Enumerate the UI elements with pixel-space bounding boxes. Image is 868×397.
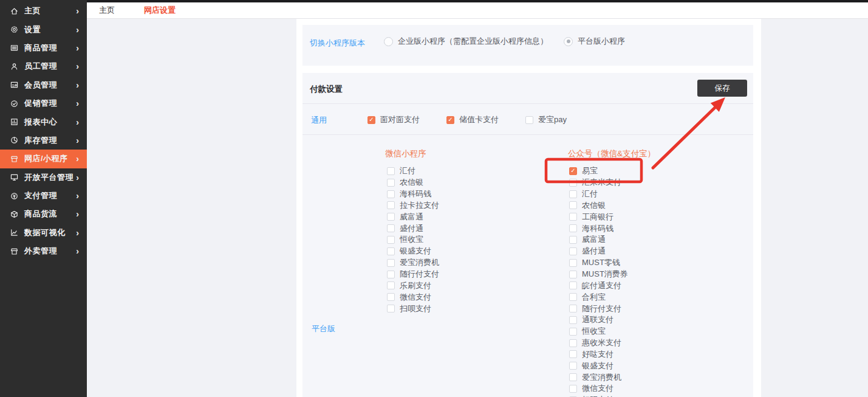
- checkbox-unchecked[interactable]: [525, 116, 533, 124]
- checkbox-checked[interactable]: ✓: [446, 116, 454, 124]
- checkbox-unchecked[interactable]: [569, 190, 577, 198]
- checkbox-unchecked[interactable]: [569, 316, 577, 324]
- radio-button[interactable]: [384, 37, 393, 46]
- sidebar-item-商品货流[interactable]: 商品货流›: [0, 205, 87, 223]
- sidebar-item-商品管理[interactable]: 商品管理›: [0, 39, 87, 57]
- checkbox-option-海科码钱[interactable]: 海科码钱: [387, 188, 439, 200]
- checkbox-unchecked[interactable]: [569, 224, 577, 232]
- checkbox-option-通联支付[interactable]: 通联支付: [569, 314, 628, 326]
- checkbox-option-易宝[interactable]: ✓易宝: [569, 165, 628, 177]
- checkbox-option-微信支付[interactable]: 微信支付: [569, 383, 628, 395]
- checkbox-unchecked[interactable]: [569, 179, 577, 187]
- tab-网店设置[interactable]: 网店设置: [144, 2, 176, 18]
- checkbox-unchecked[interactable]: [387, 247, 395, 255]
- checkbox-unchecked[interactable]: [569, 236, 577, 244]
- checkbox-option-农信银[interactable]: 农信银: [387, 177, 439, 188]
- checkbox-unchecked[interactable]: [569, 201, 577, 209]
- checkbox-option-汇付[interactable]: 汇付: [387, 165, 439, 177]
- checkbox-unchecked[interactable]: [387, 259, 395, 267]
- checkbox-option-爱宝消费机[interactable]: 爱宝消费机: [387, 257, 439, 269]
- checkbox-unchecked[interactable]: [569, 213, 577, 221]
- checkbox-option-惠收米支付[interactable]: 惠收米支付: [569, 337, 628, 349]
- checkbox-unchecked[interactable]: [387, 224, 395, 232]
- checkbox-option-盛付通[interactable]: 盛付通: [387, 223, 439, 234]
- checkbox-option-银盛支付[interactable]: 银盛支付: [569, 360, 628, 371]
- sidebar-item-库存管理[interactable]: 库存管理›: [0, 131, 87, 150]
- checkbox-unchecked[interactable]: [387, 305, 395, 312]
- sidebar-item-数据可视化[interactable]: 数据可视化›: [0, 224, 87, 242]
- checkbox-unchecked[interactable]: [569, 385, 577, 393]
- checkbox-option-银盛支付[interactable]: 银盛支付: [387, 246, 439, 257]
- checkbox-option-MUST消费券[interactable]: MUST消费券: [569, 269, 628, 280]
- checkbox-option-农信银[interactable]: 农信银: [569, 200, 628, 212]
- checkbox-unchecked[interactable]: [569, 350, 577, 358]
- checkbox-option-随行付支付[interactable]: 随行付支付: [387, 269, 439, 280]
- checkbox-option-扫呗支付[interactable]: 扫呗支付: [569, 395, 628, 397]
- checkbox-unchecked[interactable]: [387, 271, 395, 278]
- version-radio-group: 企业版小程序（需配置企业版小程序信息）平台版小程序: [384, 36, 641, 47]
- checkbox-unchecked[interactable]: [569, 305, 577, 312]
- platform-version-label[interactable]: 平台版: [312, 323, 335, 334]
- checkbox-unchecked[interactable]: [569, 259, 577, 267]
- checkbox-unchecked[interactable]: [569, 271, 577, 278]
- checkbox-checked[interactable]: ✓: [569, 167, 577, 175]
- checkbox-option-海科码钱[interactable]: 海科码钱: [569, 223, 628, 234]
- checkbox-option-面对面支付[interactable]: ✓面对面支付: [367, 114, 446, 125]
- checkbox-option-爱宝pay[interactable]: 爱宝pay: [525, 114, 604, 125]
- checkbox-option-好哒支付[interactable]: 好哒支付: [569, 349, 628, 361]
- checkbox-unchecked[interactable]: [387, 236, 395, 244]
- sidebar-item-网店/小程序[interactable]: 网店/小程序›: [0, 150, 87, 168]
- checkbox-unchecked[interactable]: [387, 179, 395, 187]
- members-icon: [10, 80, 19, 89]
- checkbox-unchecked[interactable]: [569, 362, 577, 370]
- checkbox-option-扫呗支付[interactable]: 扫呗支付: [387, 303, 439, 314]
- checkbox-unchecked[interactable]: [387, 190, 395, 198]
- checkbox-option-MUST零钱[interactable]: MUST零钱: [569, 257, 628, 269]
- tab-主页[interactable]: 主页: [99, 2, 115, 18]
- sidebar-item-开放平台管理[interactable]: 开放平台管理›: [0, 168, 87, 187]
- checkbox-option-威富通[interactable]: 威富通: [387, 211, 439, 223]
- version-radio-option[interactable]: 平台版小程序: [564, 36, 625, 47]
- save-button[interactable]: 保存: [697, 80, 747, 97]
- checkbox-option-拉卡拉支付[interactable]: 拉卡拉支付: [387, 200, 439, 212]
- sidebar-item-会员管理[interactable]: 会员管理›: [0, 76, 87, 94]
- official-account-options: ✓易宝汇来米支付汇付农信银工商银行海科码钱威富通盛付通MUST零钱MUST消费券…: [569, 165, 628, 397]
- checkbox-option-皖付通支付[interactable]: 皖付通支付: [569, 280, 628, 291]
- checkbox-unchecked[interactable]: [569, 339, 577, 347]
- checkbox-unchecked[interactable]: [569, 373, 577, 381]
- checkbox-option-威富通[interactable]: 威富通: [569, 234, 628, 246]
- sidebar-item-员工管理[interactable]: 员工管理›: [0, 57, 87, 75]
- sidebar-item-促销管理[interactable]: 促销管理›: [0, 94, 87, 112]
- checkbox-option-工商银行[interactable]: 工商银行: [569, 211, 628, 223]
- checkbox-option-乐刷支付[interactable]: 乐刷支付: [387, 280, 439, 291]
- checkbox-unchecked[interactable]: [387, 293, 395, 301]
- sidebar-item-支付管理[interactable]: 支付管理›: [0, 187, 87, 205]
- checkbox-unchecked[interactable]: [387, 201, 395, 209]
- checkbox-option-恒收宝[interactable]: 恒收宝: [569, 326, 628, 337]
- checkbox-option-合利宝[interactable]: 合利宝: [569, 291, 628, 303]
- gear-icon: [10, 25, 19, 34]
- checkbox-option-储值卡支付[interactable]: ✓储值卡支付: [446, 114, 525, 125]
- checkbox-option-汇来米支付[interactable]: 汇来米支付: [569, 177, 628, 188]
- checkbox-unchecked[interactable]: [569, 328, 577, 336]
- sidebar-item-设置[interactable]: 设置›: [0, 20, 87, 38]
- checkbox-label: 农信银: [400, 177, 423, 188]
- checkbox-option-随行付支付[interactable]: 随行付支付: [569, 303, 628, 314]
- checkbox-unchecked[interactable]: [387, 281, 395, 289]
- sidebar-item-外卖管理[interactable]: 外卖管理›: [0, 242, 87, 260]
- checkbox-unchecked[interactable]: [569, 293, 577, 301]
- checkbox-option-微信支付[interactable]: 微信支付: [387, 291, 439, 303]
- version-radio-option[interactable]: 企业版小程序（需配置企业版小程序信息）: [384, 36, 548, 47]
- checkbox-unchecked[interactable]: [387, 213, 395, 221]
- checkbox-unchecked[interactable]: [569, 247, 577, 255]
- sidebar-item-报表中心[interactable]: 报表中心›: [0, 112, 87, 131]
- checkbox-option-恒收宝[interactable]: 恒收宝: [387, 234, 439, 246]
- checkbox-option-盛付通[interactable]: 盛付通: [569, 246, 628, 257]
- checkbox-unchecked[interactable]: [387, 167, 395, 175]
- checkbox-option-爱宝消费机[interactable]: 爱宝消费机: [569, 371, 628, 383]
- radio-button[interactable]: [564, 37, 573, 46]
- checkbox-unchecked[interactable]: [569, 281, 577, 289]
- sidebar-item-主页[interactable]: 主页›: [0, 2, 87, 20]
- checkbox-checked[interactable]: ✓: [367, 116, 375, 124]
- checkbox-option-汇付[interactable]: 汇付: [569, 188, 628, 200]
